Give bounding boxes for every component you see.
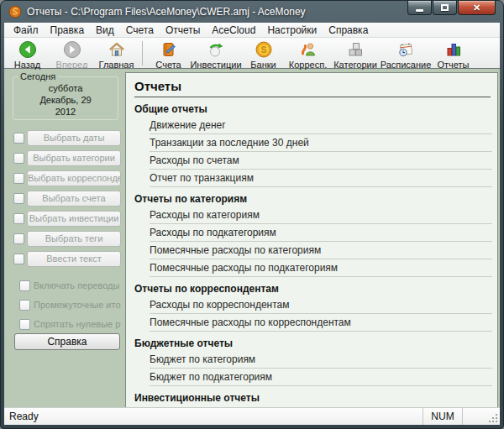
home-icon [108, 40, 126, 59]
tags-checkbox[interactable] [13, 233, 24, 244]
menu-reports[interactable]: Отчеты [160, 23, 206, 38]
acemoney-app-icon[interactable] [8, 5, 22, 18]
reports-panel: Отчеты Общие отчеты Движение денег Транз… [125, 72, 498, 410]
accounts-book-icon [160, 40, 178, 59]
dates-checkbox[interactable] [13, 133, 24, 144]
close-button[interactable]: ✕ [458, 1, 496, 15]
minimize-icon [416, 9, 423, 12]
toolbar-separator [142, 41, 143, 65]
report-link-by-accounts[interactable]: Расходы по счетам [150, 152, 492, 170]
maximize-button[interactable] [433, 1, 457, 15]
report-link-monthly-cat[interactable]: Помесячные расходы по категориям [150, 242, 492, 259]
select-accounts-button[interactable]: Выбрать счета [27, 191, 121, 207]
status-message: Ready [9, 411, 39, 422]
select-categories-button[interactable]: Выбрать категории [27, 150, 121, 166]
today-year: 2012 [13, 106, 118, 118]
investments-icon [207, 40, 225, 59]
subtotals-checkbox[interactable] [19, 300, 30, 311]
reports-chart-icon [444, 40, 463, 59]
filter-row-tags: Выбрать теги [4, 230, 121, 247]
filter-sidebar: Сегодня суббота Декабрь, 29 2012 Выбрать… [4, 70, 125, 407]
filter-row-accounts: Выбрать счета [4, 190, 121, 207]
forward-icon [63, 40, 81, 59]
maximize-icon [441, 4, 449, 11]
num-lock-indicator: NUM [423, 408, 463, 425]
report-link-monthly-subcat[interactable]: Помесячные расходы по подкатегориям [150, 259, 492, 277]
section-header-investment: Инвестиционные отчеты [126, 386, 497, 405]
toolbar-categories-button[interactable]: Категории [330, 39, 381, 68]
investments-checkbox[interactable] [13, 213, 24, 224]
toolbar-payees-button[interactable]: Корресп. [286, 39, 330, 68]
toolbar-back-button[interactable]: Назад [5, 39, 50, 68]
minimize-button[interactable] [407, 1, 432, 15]
report-link-budget-subcat[interactable]: Бюджет по подкатегориям [150, 369, 492, 386]
filter-row-categories: Выбрать категории [4, 149, 121, 166]
enter-text-button[interactable]: Ввести текст [27, 251, 121, 267]
categories-checkbox[interactable] [13, 153, 24, 164]
menu-file[interactable]: Файл [8, 23, 45, 38]
filter-row-dates: Выбрать даты [4, 129, 121, 146]
report-link-payee-spending[interactable]: Расходы по корреспондентам [150, 296, 492, 314]
menubar: Файл Правка Вид Счета Отчеты AceCloud На… [4, 23, 500, 38]
toolbar-schedule-button[interactable]: Расписание [381, 39, 431, 68]
report-link-monthly-payee[interactable]: Помесячные расходы по корреспондентам [150, 314, 492, 332]
menu-accounts[interactable]: Счета [120, 23, 160, 38]
today-groupbox: Сегодня суббота Декабрь, 29 2012 [13, 76, 118, 120]
payee-person-icon [299, 40, 318, 59]
include-transfers-label: Включать переводы [34, 280, 119, 290]
toolbar-accounts-button[interactable]: Счета [146, 39, 191, 68]
subtotals-label: Промежуточные итоги [34, 300, 121, 310]
toolbar-home-button[interactable]: Главная [94, 39, 139, 68]
report-link-subcat-spending[interactable]: Расходы по подкатегориям [150, 224, 492, 242]
select-investments-button[interactable]: Выбрать инвестиции [27, 211, 121, 227]
window-controls: ✕ [407, 1, 496, 15]
menu-help[interactable]: Справка [323, 23, 374, 38]
today-group-label: Сегодня [18, 71, 58, 81]
select-tags-button[interactable]: Выбрать теги [27, 231, 121, 247]
schedule-calendar-icon [396, 40, 415, 59]
report-link-budget-cat[interactable]: Бюджет по категориям [150, 351, 492, 369]
svg-text:S: S [260, 45, 266, 55]
window-title: Отчеты - C:\Program Files\AceMoney\CWER.… [27, 6, 306, 18]
coin-icon: S [255, 40, 273, 59]
accounts-checkbox[interactable] [13, 193, 24, 204]
section-header-payees: Отчеты по корреспондентам [126, 277, 497, 296]
today-weekday: суббота [13, 82, 118, 94]
hide-zero-label: Спрятать нулевые результаты [34, 319, 121, 329]
report-link-cat-spending[interactable]: Расходы по категориям [150, 207, 492, 224]
filter-row-investments: Выбрать инвестиции [4, 210, 121, 227]
payees-checkbox[interactable] [13, 173, 24, 184]
titlebar[interactable]: Отчеты - C:\Program Files\AceMoney\CWER.… [1, 1, 503, 23]
option-row-subtotals: Промежуточные итоги [4, 298, 121, 311]
menu-acecloud[interactable]: AceCloud [206, 23, 261, 38]
content-area: Сегодня суббота Декабрь, 29 2012 Выбрать… [4, 70, 500, 407]
back-icon [18, 40, 37, 59]
report-link-cash-flow[interactable]: Движение денег [150, 117, 492, 134]
section-header-general: Общие отчеты [126, 97, 497, 117]
toolbar-reports-button[interactable]: Отчеты [431, 39, 475, 68]
filter-row-text: Ввести текст [4, 250, 121, 267]
toolbar-forward-button[interactable]: Вперед [50, 39, 94, 68]
filter-row-payees: Выбрать корреспондентов [4, 170, 121, 186]
menu-edit[interactable]: Правка [45, 23, 91, 38]
report-link-transactions[interactable]: Отчет по транзакциям [150, 170, 492, 187]
resize-grip[interactable] [488, 413, 499, 424]
help-button[interactable]: Справка [14, 333, 120, 350]
menu-view[interactable]: Вид [90, 23, 120, 38]
option-row-transfers: Включать переводы [4, 279, 119, 292]
include-transfers-checkbox[interactable] [19, 280, 30, 291]
select-payees-button[interactable]: Выбрать корреспондентов [27, 170, 121, 186]
app-window: Отчеты - C:\Program Files\AceMoney\CWER.… [0, 0, 504, 429]
client-area: Файл Правка Вид Счета Отчеты AceCloud На… [4, 23, 500, 425]
today-date: Декабрь, 29 [13, 94, 118, 106]
toolbar: Назад Вперед Главная Счета [4, 38, 500, 69]
report-link-last30days[interactable]: Транзакции за последние 30 дней [150, 134, 492, 152]
option-row-hide-zero: Спрятать нулевые результаты [4, 317, 121, 331]
section-header-budget: Бюджетные отчеты [126, 332, 497, 351]
toolbar-banks-button[interactable]: S Банки [241, 39, 286, 68]
menu-settings[interactable]: Настройки [261, 23, 323, 38]
hide-zero-checkbox[interactable] [19, 319, 30, 330]
select-dates-button[interactable]: Выбрать даты [27, 130, 121, 146]
toolbar-investments-button[interactable]: Инвестиции [191, 39, 241, 68]
text-checkbox[interactable] [13, 254, 24, 264]
